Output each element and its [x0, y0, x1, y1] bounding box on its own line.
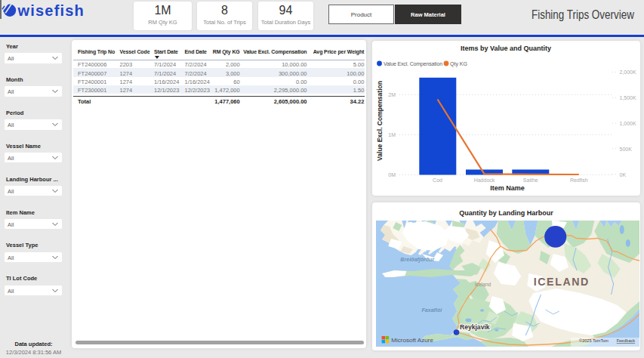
svg-text:Reykjavik: Reykjavik [460, 324, 490, 332]
svg-text:wisefish: wisefish [17, 2, 85, 19]
svg-text:Iceland: Iceland [475, 282, 491, 287]
svg-text:Item Name: Item Name [490, 184, 525, 192]
svg-text:Value Excl. Compensation: Value Excl. Compensation [376, 81, 384, 161]
svg-text:Qty KG: Qty KG [450, 61, 467, 67]
svg-text:2M: 2M [388, 92, 396, 97]
svg-text:0K: 0K [620, 172, 627, 177]
svg-text:1,000K: 1,000K [620, 121, 637, 126]
svg-text:2,000K: 2,000K [620, 69, 637, 75]
svg-text:©2025 TomTom: ©2025 TomTom [579, 339, 609, 344]
svg-text:Items by Value and Quantity: Items by Value and Quantity [461, 45, 551, 52]
svg-text:Haddock: Haddock [474, 177, 495, 183]
svg-text:Feedback: Feedback [617, 339, 636, 344]
svg-text:Redfish: Redfish [570, 177, 588, 183]
svg-text:ICELAND: ICELAND [534, 276, 590, 289]
svg-text:Faxaflói: Faxaflói [421, 307, 442, 313]
svg-text:0M: 0M [388, 172, 396, 177]
svg-text:Value Excl. Compensation: Value Excl. Compensation [384, 61, 442, 67]
svg-text:Microsoft Azure: Microsoft Azure [391, 338, 433, 344]
svg-text:1M: 1M [388, 132, 396, 137]
svg-text:Saithe: Saithe [523, 177, 538, 183]
svg-text:1,500K: 1,500K [620, 95, 637, 100]
svg-text:Cod: Cod [433, 177, 442, 183]
svg-text:500K: 500K [620, 147, 633, 152]
svg-text:Breiðafjörður: Breiðafjörður [400, 257, 435, 263]
